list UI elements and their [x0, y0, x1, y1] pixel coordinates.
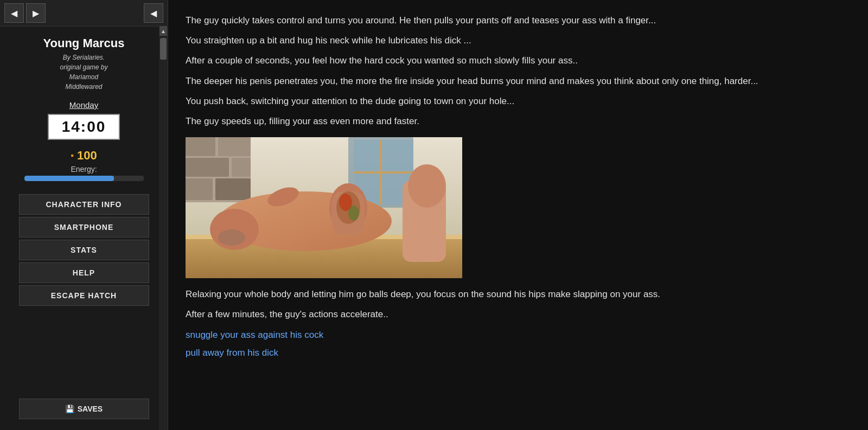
story-paragraph-5: The guy speeds up, filling your ass even…: [186, 114, 851, 129]
saves-button[interactable]: 💾 SAVES: [19, 399, 149, 419]
forward-button[interactable]: ▶: [26, 3, 46, 23]
day-label[interactable]: Monday: [69, 100, 98, 110]
svg-rect-2: [186, 137, 215, 156]
collapse-button[interactable]: ◀: [144, 3, 163, 23]
stats-button[interactable]: STATS: [19, 240, 149, 260]
main-content: The guy quickly takes control and turns …: [168, 0, 868, 430]
sidebar: ◀ ▶ ◀ ▲ ▼ Young Marcus By Serialaries. o…: [0, 0, 168, 430]
saves-icon: 💾: [65, 405, 74, 413]
saves-label: SAVES: [78, 405, 103, 413]
svg-point-24: [408, 164, 446, 208]
story-paragraph-4: You push back, switching your attention …: [186, 94, 851, 108]
scrollbar[interactable]: ▲ ▼: [159, 26, 168, 430]
help-button[interactable]: HELP: [19, 262, 149, 283]
energy-bar: [24, 176, 114, 181]
currency-row: ▪ 100: [71, 149, 97, 163]
energy-label: Energy:: [71, 165, 97, 174]
scroll-thumb[interactable]: [160, 38, 167, 60]
choice-snuggle-link[interactable]: snuggle your ass against his cock: [186, 328, 851, 342]
currency-value: 100: [77, 149, 97, 163]
story-paragraph-7: After a few minutes, the guy's actions a…: [186, 307, 851, 322]
smartphone-button[interactable]: SMARTPHONE: [19, 217, 149, 238]
currency-icon: ▪: [71, 151, 74, 161]
scene-image: [186, 137, 462, 278]
svg-rect-7: [215, 178, 251, 200]
svg-point-22: [348, 206, 359, 221]
game-subtitle: By Serialaries. original game by Mariamo…: [60, 53, 107, 92]
story-paragraph-2: After a couple of seconds, you feel how …: [186, 53, 851, 68]
story-paragraph-1: You straighten up a bit and hug his neck…: [186, 33, 851, 48]
character-info-button[interactable]: CHARACTER INFO: [19, 194, 149, 215]
svg-rect-5: [232, 158, 251, 177]
escape-hatch-button[interactable]: ESCAPE HATCH: [19, 285, 149, 306]
game-title: Young Marcus: [43, 36, 125, 50]
time-display: 14:00: [48, 114, 120, 140]
svg-rect-6: [186, 178, 213, 200]
choice-pull-link[interactable]: pull away from his dick: [186, 345, 851, 360]
svg-rect-4: [186, 158, 229, 177]
svg-point-16: [218, 229, 245, 246]
svg-rect-3: [218, 137, 251, 156]
story-paragraph-6: Relaxing your whole body and letting him…: [186, 287, 851, 301]
back-button[interactable]: ◀: [4, 3, 24, 23]
navigation-bar: ◀ ▶ ◀: [0, 0, 168, 27]
energy-bar-container: [24, 176, 144, 181]
story-paragraph-3: The deeper his penis penetrates you, the…: [186, 74, 851, 88]
story-paragraph-0: The guy quickly takes control and turns …: [186, 13, 851, 28]
scroll-up-button[interactable]: ▲: [159, 26, 167, 36]
